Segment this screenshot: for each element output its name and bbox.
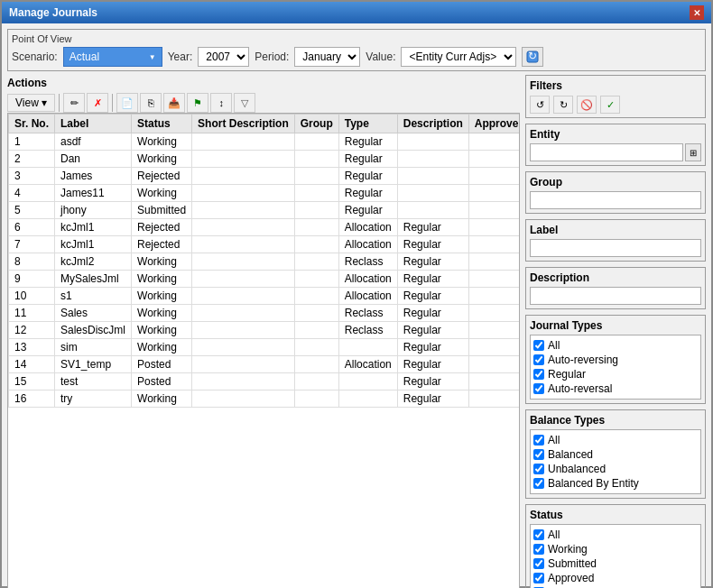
cell-description: [397, 168, 468, 185]
status-checkbox[interactable]: [533, 558, 544, 569]
cell-label: Sales: [55, 305, 132, 322]
table-row[interactable]: 3 James Rejected Regular: [9, 168, 521, 185]
manage-journals-window: Manage Journals ✕ Point Of View Scenario…: [0, 0, 713, 588]
cell-description: Regular: [397, 253, 468, 271]
journal-type-checkbox[interactable]: [533, 383, 544, 394]
table-row[interactable]: 12 SalesDiscJml Working Reclass Regular: [9, 322, 521, 339]
table-row[interactable]: 11 Sales Working Reclass Regular: [9, 305, 521, 322]
new-journal-button[interactable]: 📄: [116, 93, 138, 113]
balance-type-checkbox[interactable]: [533, 478, 544, 489]
col-header-approved-by: Approved By: [468, 115, 520, 133]
cell-type: Regular: [338, 168, 397, 185]
table-row[interactable]: 16 try Working Regular: [9, 390, 521, 408]
cell-approved-by: [468, 236, 520, 253]
actions-label: Actions: [7, 77, 47, 89]
cell-type: Allocation: [338, 356, 397, 373]
filter-button[interactable]: ▽: [234, 93, 255, 113]
cell-type: Regular: [338, 133, 397, 151]
value-select[interactable]: <Entity Curr Adjs>: [401, 47, 516, 67]
cell-sr: 4: [9, 185, 55, 202]
entity-input[interactable]: [530, 143, 683, 161]
cell-type: Allocation: [338, 236, 397, 253]
table-row[interactable]: 7 kcJml1 Rejected Allocation Regular: [9, 236, 521, 253]
status-checkbox[interactable]: [533, 544, 544, 555]
cell-sr: 5: [9, 202, 55, 219]
cell-description: Regular: [397, 288, 468, 305]
pov-row: Scenario: Actual ▼ Year: 2007 Period: Ja…: [12, 47, 701, 67]
cell-sr: 9: [9, 271, 55, 288]
table-row[interactable]: 10 s1 Working Allocation Regular: [9, 288, 521, 305]
table-row[interactable]: 8 kcJml2 Working Reclass Regular: [9, 253, 521, 271]
cell-label: MySalesJml: [55, 271, 132, 288]
table-row[interactable]: 2 Dan Working Regular: [9, 151, 521, 168]
journal-type-label: Auto-reversing: [548, 354, 618, 366]
status-label: Approved: [548, 572, 594, 584]
filter-ok-btn[interactable]: ✓: [600, 96, 620, 114]
status-label: All: [548, 528, 560, 541]
filter-clear-btn[interactable]: 🚫: [577, 96, 597, 114]
period-select[interactable]: January: [294, 47, 360, 67]
entity-filter-group: Entity ⊞: [525, 124, 706, 166]
table-row[interactable]: 4 James11 Working Regular: [9, 185, 521, 202]
export-button[interactable]: ⚑: [187, 93, 208, 113]
entity-pick-button[interactable]: ⊞: [685, 143, 701, 161]
delete-button[interactable]: ✗: [87, 93, 108, 113]
group-filter-label: Group: [530, 176, 701, 188]
journal-type-checkbox[interactable]: [533, 354, 544, 365]
cell-description: Regular: [397, 322, 468, 339]
filter-refresh-btn[interactable]: ↺: [530, 96, 550, 114]
table-row[interactable]: 15 test Posted Regular: [9, 373, 521, 390]
view-button[interactable]: View ▾: [7, 94, 55, 112]
scenario-dropdown[interactable]: Actual ▼: [63, 47, 162, 67]
move-button[interactable]: ↕: [210, 93, 232, 113]
table-row[interactable]: 9 MySalesJml Working Allocation Regular: [9, 271, 521, 288]
cell-group: [294, 202, 338, 219]
journal-type-checkbox[interactable]: [533, 369, 544, 380]
table-row[interactable]: 1 asdf Working Regular: [9, 133, 521, 151]
journal-types-label: Journal Types: [530, 319, 701, 332]
journal-type-item: All: [533, 338, 698, 353]
cell-label: sim: [55, 339, 132, 356]
balance-type-checkbox[interactable]: [533, 435, 544, 446]
cell-label: kcJml1: [55, 236, 132, 253]
import-button[interactable]: 📥: [163, 93, 185, 113]
cell-group: [294, 236, 338, 253]
journal-type-checkbox[interactable]: [533, 340, 544, 351]
pov-section: Point Of View Scenario: Actual ▼ Year: 2…: [7, 29, 706, 71]
table-row[interactable]: 14 SV1_temp Posted Allocation Regular a: [9, 356, 521, 373]
copy-button[interactable]: ⎘: [140, 93, 162, 113]
balance-type-item: Unbalanced: [533, 462, 698, 476]
cell-group: [294, 322, 338, 339]
table-row[interactable]: 6 kcJml1 Rejected Allocation Regular: [9, 219, 521, 236]
col-header-sr: Sr. No.: [9, 115, 55, 133]
cell-description: Regular: [397, 356, 468, 373]
balance-type-checkbox[interactable]: [533, 449, 544, 460]
pov-refresh-button[interactable]: ↻: [522, 47, 543, 67]
balance-type-checkbox[interactable]: [533, 464, 544, 474]
filter-apply-btn[interactable]: ↻: [553, 96, 573, 114]
filters-section: Filters ↺ ↻ 🚫 ✓: [525, 75, 706, 118]
description-filter-label: Description: [530, 271, 701, 284]
entity-filter-label: Entity: [530, 128, 701, 141]
cell-approved-by: [468, 202, 520, 219]
cell-group: [294, 373, 338, 390]
table-row[interactable]: 13 sim Working Regular: [9, 339, 521, 356]
year-select[interactable]: 2007: [198, 47, 249, 67]
edit-button[interactable]: ✏: [63, 93, 85, 113]
cell-short-desc: [192, 185, 295, 202]
cell-status: Working: [132, 390, 192, 408]
filters-title: Filters: [530, 79, 701, 92]
journal-table: Sr. No. Label Status Short Description G…: [8, 114, 520, 408]
status-checkbox[interactable]: [533, 529, 544, 540]
description-input[interactable]: [530, 287, 701, 305]
window-close-button[interactable]: ✕: [690, 5, 704, 20]
status-list: AllWorkingSubmittedApprovedRejectedPoste…: [530, 524, 701, 588]
label-input[interactable]: [530, 239, 701, 257]
cell-type: Regular: [338, 185, 397, 202]
status-checkbox[interactable]: [533, 573, 544, 583]
table-row[interactable]: 5 jhony Submitted Regular: [9, 202, 521, 219]
cell-description: Regular: [397, 390, 468, 408]
group-input[interactable]: [530, 191, 701, 209]
cell-label: kcJml2: [55, 253, 132, 271]
cell-label: asdf: [55, 133, 132, 151]
